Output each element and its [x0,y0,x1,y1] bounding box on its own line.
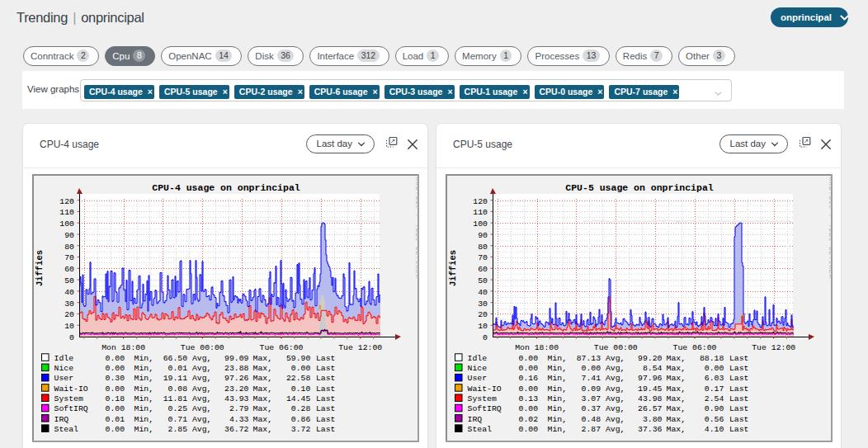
svg-text:Min,: Min, [134,354,154,363]
svg-text:0.00: 0.00 [519,384,539,394]
svg-text:37.36: 37.36 [638,425,663,434]
svg-text:0.28: 0.28 [291,404,311,413]
svg-text:0.00: 0.00 [519,425,539,434]
svg-text:Avg,: Avg, [192,354,212,363]
svg-text:Min,: Min, [134,394,154,403]
svg-text:100: 100 [59,219,74,229]
svg-text:RRDTOOL / TOBI OETIKER: RRDTOOL / TOBI OETIKER [414,177,420,279]
svg-text:0.13: 0.13 [519,394,539,403]
svg-text:RRDTOOL / TOBI OETIKER: RRDTOOL / TOBI OETIKER [828,177,833,279]
svg-text:100: 100 [473,219,488,229]
svg-text:0.01: 0.01 [106,415,125,424]
svg-text:SoftIRQ: SoftIRQ [468,404,502,413]
svg-text:Min,: Min, [548,374,568,383]
svg-text:Min,: Min, [548,354,568,363]
svg-text:Tue 06:00: Tue 06:00 [673,343,717,352]
svg-text:Tue 12:00: Tue 12:00 [752,343,795,352]
svg-text:Steal: Steal [468,425,493,434]
svg-text:Max,: Max, [253,415,273,424]
svg-text:0.00: 0.00 [705,364,724,373]
svg-text:0.18: 0.18 [106,394,125,403]
svg-text:0.56: 0.56 [705,415,724,424]
svg-text:20: 20 [64,310,74,319]
svg-text:Mon 18:00: Mon 18:00 [101,343,145,352]
svg-text:0.48: 0.48 [582,415,601,424]
svg-text:Min,: Min, [134,374,154,383]
svg-text:0.09: 0.09 [582,384,601,394]
svg-text:0.02: 0.02 [519,415,539,424]
svg-text:2.54: 2.54 [705,394,724,403]
svg-text:SoftIRQ: SoftIRQ [54,404,88,413]
svg-text:Avg,: Avg, [192,384,212,394]
svg-text:80: 80 [478,243,488,252]
svg-text:IRQ: IRQ [54,415,69,424]
svg-text:3.80: 3.80 [643,415,663,424]
svg-text:99.09: 99.09 [224,354,249,363]
svg-text:8.54: 8.54 [643,364,663,373]
svg-text:Steal: Steal [54,425,79,434]
svg-text:Min,: Min, [134,404,154,413]
svg-text:Tue 00:00: Tue 00:00 [594,343,638,352]
svg-text:0.08: 0.08 [168,384,188,394]
svg-text:110: 110 [59,208,74,217]
svg-text:90: 90 [478,231,488,240]
svg-text:Min,: Min, [548,415,568,424]
svg-text:User: User [468,374,488,383]
svg-text:19.11: 19.11 [163,374,188,383]
svg-text:0.30: 0.30 [106,374,125,383]
svg-text:10: 10 [64,322,74,331]
svg-text:110: 110 [473,208,488,217]
svg-text:Last: Last [729,354,749,363]
svg-text:Nice: Nice [54,364,74,373]
svg-text:Last: Last [729,374,749,383]
svg-text:0.71: 0.71 [168,415,188,424]
svg-text:Avg,: Avg, [606,374,625,383]
svg-text:43.93: 43.93 [224,394,249,403]
svg-text:66.50: 66.50 [163,354,188,363]
svg-text:0.17: 0.17 [705,384,724,394]
svg-text:Nice: Nice [468,364,488,373]
svg-text:Last: Last [729,404,749,413]
svg-text:Avg,: Avg, [606,425,625,434]
svg-text:80: 80 [64,243,74,252]
svg-text:Avg,: Avg, [192,425,212,434]
svg-text:23.88: 23.88 [224,364,249,373]
svg-text:Avg,: Avg, [192,364,212,373]
svg-text:Min,: Min, [548,384,568,394]
svg-text:97.96: 97.96 [638,374,663,383]
svg-text:43.98: 43.98 [638,394,663,403]
svg-text:Wait-IO: Wait-IO [468,384,502,394]
svg-text:50: 50 [478,276,488,285]
svg-text:4.10: 4.10 [705,425,724,434]
svg-text:70: 70 [64,253,74,262]
svg-text:Last: Last [316,404,336,413]
svg-text:Tue 06:00: Tue 06:00 [260,343,304,352]
svg-text:0.00: 0.00 [291,364,311,373]
svg-text:0.00: 0.00 [106,384,125,394]
svg-text:60: 60 [64,265,74,274]
svg-text:87.13: 87.13 [577,354,601,363]
svg-text:7.41: 7.41 [582,374,601,383]
svg-text:4.33: 4.33 [229,415,249,424]
svg-text:0.10: 0.10 [291,384,311,394]
svg-text:System: System [54,394,83,403]
svg-text:Last: Last [316,394,336,403]
svg-text:User: User [54,374,74,383]
svg-text:11.81: 11.81 [163,394,188,403]
svg-text:Avg,: Avg, [606,384,625,394]
svg-text:CPU-4 usage on onprincipal: CPU-4 usage on onprincipal [152,182,300,193]
svg-text:Last: Last [729,384,749,394]
svg-text:14.45: 14.45 [286,394,311,403]
svg-text:IRQ: IRQ [468,415,483,424]
svg-text:Mon 18:00: Mon 18:00 [515,343,559,352]
svg-text:Max,: Max, [253,425,273,434]
svg-text:Max,: Max, [667,415,686,424]
svg-text:Max,: Max, [667,354,686,363]
svg-text:Last: Last [729,394,749,403]
svg-text:70: 70 [478,253,488,262]
svg-text:Avg,: Avg, [606,415,625,424]
svg-text:Last: Last [729,425,749,434]
svg-text:Min,: Min, [134,384,154,394]
svg-text:Avg,: Avg, [192,394,212,403]
svg-text:Avg,: Avg, [192,404,212,413]
